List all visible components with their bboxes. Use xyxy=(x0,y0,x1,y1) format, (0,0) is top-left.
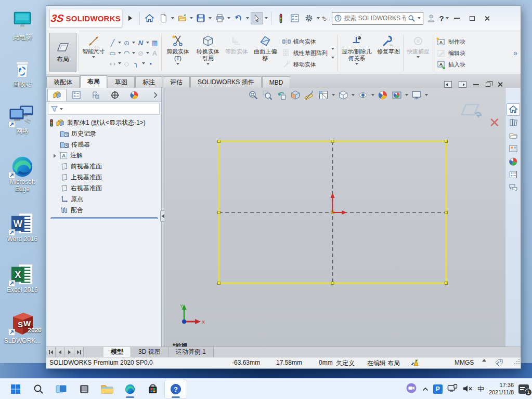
restore-document-button[interactable] xyxy=(486,83,490,87)
offset-entities-button[interactable]: 等距实体 xyxy=(223,32,250,74)
dropdown-arrow-icon[interactable] xyxy=(265,17,268,19)
dropdown-arrow-icon[interactable] xyxy=(171,17,174,19)
scroll-last-button[interactable] xyxy=(74,347,84,357)
solidworks-search-input[interactable] xyxy=(344,15,406,22)
tab-addins[interactable]: SOLIDWORKS 插件 xyxy=(190,76,262,88)
dropdown-arrow-icon[interactable] xyxy=(317,17,320,19)
collapsed-toolbar-label[interactable]: ち.. xyxy=(321,15,330,22)
tree-filter-field[interactable] xyxy=(48,103,160,115)
desktop-icon-network[interactable]: 网络 xyxy=(2,102,43,135)
rectangle-tool-icon[interactable]: ▭ xyxy=(108,49,117,58)
line-tool-icon[interactable]: ╱ xyxy=(108,38,117,47)
sketch-viewport[interactable]: Y X xyxy=(164,88,505,347)
dropdown-arrow-icon[interactable] xyxy=(146,52,149,54)
search-box[interactable] xyxy=(332,12,423,25)
new-document-button[interactable] xyxy=(157,12,170,24)
dropdown-arrow-icon[interactable] xyxy=(132,42,135,44)
quick-snaps-button[interactable]: 快速捕捉 xyxy=(405,32,432,74)
forum-button[interactable] xyxy=(507,181,520,194)
dropdown-arrow-icon[interactable] xyxy=(118,52,121,54)
undo-button[interactable] xyxy=(232,12,244,24)
dropdown-arrow-icon[interactable] xyxy=(146,42,149,44)
spline-tool-icon[interactable]: N xyxy=(136,38,145,47)
sketch-pattern-icon[interactable]: ▦ xyxy=(150,38,159,47)
open-document-button[interactable] xyxy=(176,12,188,24)
user-account-icon[interactable] xyxy=(425,12,437,24)
search-icon[interactable] xyxy=(408,15,416,22)
expander-icon[interactable] xyxy=(53,154,57,158)
origin-marker[interactable] xyxy=(331,193,347,215)
tree-item-mates[interactable]: 配合 xyxy=(47,205,161,216)
layout-toggle-button[interactable]: 布局 xyxy=(49,33,76,72)
tree-item-annotations[interactable]: A 注解 xyxy=(47,150,161,161)
displaymanager-tab[interactable] xyxy=(124,89,144,101)
display-tray-icon[interactable] xyxy=(447,384,458,395)
cancel-sketch-button[interactable]: ✕ xyxy=(489,115,500,131)
pane-right-icon[interactable] xyxy=(459,81,466,88)
desktop-icon-recycle-bin[interactable]: 回收站 xyxy=(2,55,43,88)
ellipse-tool-icon[interactable]: ⊘ xyxy=(136,49,145,58)
task-view-icon[interactable] xyxy=(50,380,73,398)
repair-sketch-button[interactable]: 修复草图 xyxy=(375,32,402,74)
taskbar-clock[interactable]: 17:36 2021/11/8 xyxy=(489,382,514,396)
taskbar-search-icon[interactable] xyxy=(27,380,50,398)
dimxpertmanager-tab[interactable] xyxy=(105,89,124,101)
tab-3d-views[interactable]: 3D 视图 xyxy=(131,347,168,357)
dropdown-arrow-icon[interactable] xyxy=(118,62,121,64)
options-gear-icon[interactable] xyxy=(303,12,315,24)
tab-motion-study[interactable]: 运动算例 1 xyxy=(168,347,214,357)
point-tool-icon[interactable]: ▪ xyxy=(146,59,155,68)
units-dropdown-caret[interactable] xyxy=(482,359,486,362)
featuremanager-tab[interactable] xyxy=(47,89,67,101)
scroll-first-button[interactable] xyxy=(46,347,56,357)
design-library-button[interactable] xyxy=(507,116,520,129)
polygon-tool-icon[interactable]: ◇ xyxy=(122,59,131,68)
make-block-button[interactable]: A 制作块 xyxy=(436,36,465,47)
dropdown-arrow-icon[interactable] xyxy=(92,56,95,58)
help-app-taskbar-icon[interactable]: ? xyxy=(164,380,187,398)
menu-expand-arrow-icon[interactable] xyxy=(124,12,136,24)
tree-item-origin[interactable]: 原点 xyxy=(47,194,161,205)
tab-annotation[interactable]: 标注 xyxy=(135,76,162,88)
tree-item-sensors[interactable]: 传感器 xyxy=(47,139,161,150)
edge-taskbar-icon[interactable] xyxy=(119,380,141,398)
units-label[interactable]: MMGS xyxy=(455,359,474,366)
text-tool-icon[interactable]: A xyxy=(150,49,159,58)
sketch-warning-icon[interactable] xyxy=(410,358,420,368)
dropdown-arrow-icon[interactable] xyxy=(331,57,334,59)
taskpane-home-button[interactable] xyxy=(507,103,520,116)
pinned-app-icon-dark[interactable] xyxy=(73,380,96,398)
linear-sketch-pattern-button[interactable]: 线性草图阵列 xyxy=(282,48,328,58)
trim-entities-button[interactable]: 剪裁实体(T) xyxy=(163,32,193,74)
view-palette-button[interactable] xyxy=(507,142,520,155)
help-button[interactable]: ? xyxy=(439,14,444,23)
move-entities-button[interactable]: 移动实体 xyxy=(282,59,328,70)
scroll-left-button[interactable] xyxy=(56,347,65,357)
dropdown-arrow-icon[interactable] xyxy=(331,48,334,50)
tree-item-front-plane[interactable]: 前视基准面 xyxy=(47,161,161,172)
tab-evaluate[interactable]: 评估 xyxy=(163,76,190,88)
configurationmanager-tab[interactable] xyxy=(86,89,105,101)
minimize-window-button[interactable] xyxy=(450,12,464,24)
fillet-tool-icon[interactable]: ╮ xyxy=(132,59,141,68)
dropdown-arrow-icon[interactable] xyxy=(209,17,212,19)
surface-offset-button[interactable]: 曲面上偏移 xyxy=(250,32,280,74)
dropdown-arrow-icon[interactable] xyxy=(446,17,449,19)
ribbon-overflow-button[interactable]: » xyxy=(510,49,521,57)
scroll-right-button[interactable] xyxy=(65,347,74,357)
mirror-entities-button[interactable]: 镜向实体 xyxy=(282,36,328,47)
dropdown-arrow-icon[interactable] xyxy=(118,42,121,44)
file-explorer-taskbar-icon[interactable] xyxy=(96,380,119,398)
arc-tool-icon[interactable]: ◠ xyxy=(122,49,131,58)
dropdown-arrow-icon[interactable] xyxy=(227,17,230,19)
tab-model[interactable]: 模型 xyxy=(103,347,131,357)
dropdown-arrow-icon[interactable] xyxy=(417,56,420,58)
dropdown-arrow-icon[interactable] xyxy=(418,17,421,19)
file-explorer-button[interactable] xyxy=(507,129,520,142)
close-window-button[interactable] xyxy=(481,12,494,24)
tag-editor-icon[interactable] xyxy=(495,358,504,368)
dropdown-arrow-icon[interactable] xyxy=(176,63,179,65)
close-document-button[interactable] xyxy=(497,82,503,87)
minimize-document-button[interactable] xyxy=(473,84,479,85)
pane-left-icon[interactable] xyxy=(444,81,452,88)
